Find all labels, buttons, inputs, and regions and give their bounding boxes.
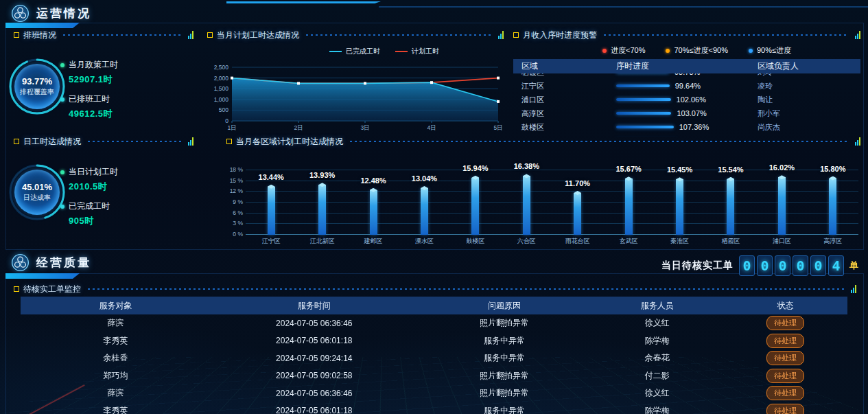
region-cell: 栖霞区 (513, 73, 616, 78)
table-row: 郑巧均2024-07-05 09:02:58照片翻拍异常付二影待处理 (21, 367, 847, 385)
scheduling-gauge: 93.77% 排程覆盖率 (8, 58, 66, 115)
square-bullet-icon (513, 32, 519, 38)
panel-title-scheduling: 排班情况 (14, 31, 193, 39)
gauge-value: 93.77% (22, 76, 52, 87)
operations-emblem-icon (11, 4, 30, 23)
legend-label: 70%≤进度<90% (674, 45, 728, 56)
dotted-leader (350, 141, 848, 142)
staff-cell: 付二影 (591, 370, 723, 382)
bar-category-label: 江宁区 (247, 237, 295, 246)
bar-column[interactable]: 15.54%栖霞区 (707, 170, 755, 235)
bar-column[interactable]: 11.70%雨花台区 (554, 170, 602, 235)
panel-title-text: 排班情况 (23, 30, 56, 41)
staff-cell: 陈学梅 (591, 405, 723, 414)
bar-plot-area: 13.44%江宁区13.93%江北新区12.48%建邺区13.04%溧水区15.… (246, 170, 858, 235)
bar-value-label: 16.38% (502, 162, 550, 170)
warning-legend: 进度<70%70%≤进度<90%90%≤进度 (602, 45, 791, 56)
status-badge[interactable]: 待处理 (766, 334, 804, 348)
legend-item: 已完成工时 (329, 47, 380, 56)
bar-column[interactable]: 13.44%江宁区 (247, 170, 295, 235)
progress-row: 浦口区102.06%陶让 (513, 93, 860, 106)
dot-icon (60, 170, 64, 174)
dot-icon (602, 49, 607, 53)
square-bullet-icon (14, 139, 19, 144)
bar-column[interactable]: 15.67%玄武区 (605, 170, 653, 235)
bar-value-label: 15.67% (605, 165, 653, 173)
column-header: 状态 (723, 300, 847, 312)
mini-bars-icon (855, 31, 860, 39)
workorder-table-rows[interactable]: 薛滨2024-07-05 06:36:46照片翻拍异常徐义红待处理李秀英2024… (21, 314, 847, 414)
panel-title-district-bars: 当月各区域计划工时达成情况 (226, 137, 860, 146)
svg-text:0: 0 (225, 117, 228, 124)
reason-cell: 照片翻拍异常 (417, 317, 591, 329)
status-badge[interactable]: 待处理 (766, 386, 804, 400)
bar-column[interactable]: 16.38%六合区 (502, 170, 550, 235)
progress-bar-wrap: 99.64% (616, 82, 758, 90)
counter-digit: 0 (757, 255, 773, 276)
svg-text:2,000: 2,000 (214, 75, 229, 82)
counter-digit: 4 (828, 255, 844, 276)
bar-value-label: 12.48% (349, 176, 397, 185)
owner-cell: 陶让 (758, 95, 860, 105)
panel-title-text: 日工时达成情况 (23, 136, 81, 148)
svg-text:500: 500 (219, 106, 228, 113)
bar-column[interactable]: 15.94%鼓楼区 (451, 170, 500, 235)
legend-item: 90%≤进度 (749, 45, 791, 56)
bar-value-label: 15.54% (707, 165, 755, 174)
quality-emblem-icon (11, 253, 30, 272)
dotted-leader (604, 34, 848, 36)
bar (268, 187, 275, 235)
bar-value-label: 13.93% (298, 171, 347, 179)
progress-table-viewport[interactable]: 栖霞区98.73%刘玲江宁区99.64%凌玲浦口区102.06%陶让高淳区103… (513, 73, 860, 137)
gauge-core: 45.01% 日达成率 (14, 170, 60, 215)
time-cell: 2024-07-05 09:24:14 (211, 354, 417, 363)
bar-column[interactable]: 15.45%秦淮区 (656, 170, 704, 235)
panel-title-daily: 日工时达成情况 (14, 137, 193, 146)
bar-value-label: 16.02% (758, 163, 806, 172)
counter-digit: 0 (739, 255, 755, 276)
y-tick-label: 0 % (226, 231, 243, 238)
workorder-table: 服务对象服务时间问题原因服务人员状态 薛滨2024-07-05 06:36:46… (21, 297, 847, 414)
y-tick-label: 18 % (226, 166, 243, 173)
status-cell: 待处理 (723, 404, 847, 414)
status-badge[interactable]: 待处理 (766, 316, 804, 330)
target-cell: 李秀英 (21, 405, 211, 414)
status-badge[interactable]: 待处理 (766, 351, 804, 365)
progress-bar (616, 112, 671, 115)
scheduling-stats: 当月政策工时 52907.1时 已排班工时 49612.5时 (60, 59, 118, 120)
bar-value-label: 11.70% (554, 179, 602, 187)
time-cell: 2024-07-05 06:36:46 (211, 389, 417, 398)
bar-category-label: 江北新区 (298, 237, 347, 246)
progress-value: 103.07% (677, 109, 706, 117)
region-cell: 六合区 (513, 136, 616, 137)
status-badge[interactable]: 待处理 (766, 369, 804, 383)
bar-column[interactable]: 12.48%建邺区 (349, 170, 397, 235)
square-bullet-icon (207, 32, 213, 38)
dotted-leader (88, 141, 181, 142)
staff-cell: 徐义红 (591, 387, 723, 399)
bar (471, 178, 479, 235)
bar-column[interactable]: 16.02%浦口区 (758, 170, 806, 235)
legend-label: 进度<70% (611, 45, 645, 56)
bar-column[interactable]: 13.04%溧水区 (400, 170, 448, 235)
legend-label: 已完成工时 (346, 47, 380, 56)
progress-bar-wrap: 102.06% (616, 95, 758, 104)
panel-title-text: 当月各区域计划工时达成情况 (236, 136, 343, 148)
bar (727, 179, 734, 235)
bar (829, 179, 836, 235)
svg-text:4日: 4日 (427, 124, 436, 131)
y-tick-label: 15 % (226, 177, 243, 184)
svg-text:3日: 3日 (360, 124, 369, 131)
bar-column[interactable]: 13.93%江北新区 (298, 170, 347, 235)
quality-title: 经营质量 (36, 255, 91, 271)
stat-item: 当日计划工时 2010.5时 (60, 166, 118, 193)
progress-bar-wrap: 107.36% (616, 123, 758, 131)
progress-bar (616, 126, 674, 128)
bar-column[interactable]: 15.80%高淳区 (809, 170, 857, 235)
progress-value: 102.06% (677, 95, 706, 104)
square-bullet-icon (226, 139, 232, 144)
status-badge[interactable]: 待处理 (766, 404, 804, 414)
status-cell: 待处理 (723, 334, 847, 348)
svg-text:1日: 1日 (227, 124, 236, 131)
progress-bar-wrap: 98.73% (616, 73, 758, 76)
